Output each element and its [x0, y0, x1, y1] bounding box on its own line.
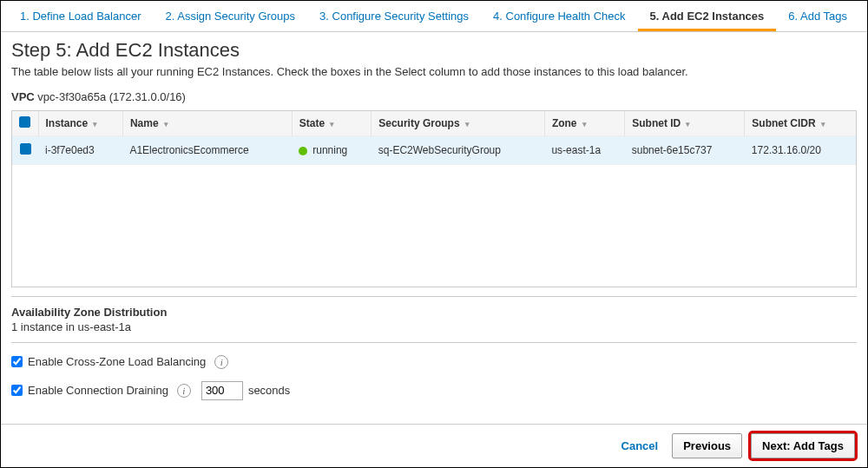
wizard-step-add-ec2-instances[interactable]: 5. Add EC2 Instances	[638, 1, 777, 31]
sort-caret-icon: ▾	[330, 120, 334, 129]
wizard-step-define-load-balancer[interactable]: 1. Define Load Balancer	[8, 1, 153, 31]
wizard-step-configure-health-check[interactable]: 4. Configure Health Check	[481, 1, 637, 31]
row-checkbox[interactable]	[20, 143, 31, 155]
vpc-value: vpc-3f30a65a (172.31.0.0/16)	[37, 90, 186, 103]
col-zone[interactable]: Zone▾	[544, 111, 624, 136]
info-icon[interactable]: i	[177, 384, 191, 398]
sort-caret-icon: ▾	[582, 120, 587, 129]
table-row[interactable]: i-3f7e0ed3 A1ElectronicsEcommerce runnin…	[12, 136, 856, 165]
col-security-groups[interactable]: Security Groups▾	[372, 111, 545, 136]
connection-draining-unit: seconds	[248, 384, 290, 397]
cell-instance: i-3f7e0ed3	[38, 136, 122, 165]
page-title: Step 5: Add EC2 Instances	[11, 39, 857, 62]
col-state[interactable]: State▾	[292, 111, 371, 136]
col-select-all[interactable]	[12, 111, 38, 136]
cell-state: running	[292, 136, 371, 165]
wizard-step-add-tags[interactable]: 6. Add Tags	[776, 1, 859, 31]
connection-draining-seconds-input[interactable]	[201, 381, 243, 400]
col-subnet-id[interactable]: Subnet ID▾	[625, 111, 745, 136]
cell-name: A1ElectronicsEcommerce	[122, 136, 292, 165]
info-icon[interactable]: i	[214, 355, 228, 369]
sort-caret-icon: ▾	[93, 120, 97, 129]
col-subnet-cidr[interactable]: Subnet CIDR▾	[745, 111, 856, 136]
vpc-line: VPC vpc-3f30a65a (172.31.0.0/16)	[11, 90, 857, 103]
cell-subnet: subnet-6e15c737	[625, 136, 745, 165]
select-all-checkbox[interactable]	[19, 116, 30, 128]
cross-zone-checkbox[interactable]	[11, 356, 23, 367]
cancel-button[interactable]: Cancel	[621, 439, 659, 452]
table-empty-space	[12, 165, 856, 287]
cell-zone: us-east-1a	[544, 136, 624, 165]
cross-zone-label: Enable Cross-Zone Load Balancing	[28, 355, 206, 368]
page-lead: The table below lists all your running E…	[11, 65, 857, 78]
col-name[interactable]: Name▾	[122, 111, 292, 136]
wizard-step-review[interactable]: 7. Review	[859, 1, 868, 31]
wizard-step-assign-security-groups[interactable]: 2. Assign Security Groups	[153, 1, 307, 31]
col-instance[interactable]: Instance▾	[38, 111, 122, 136]
previous-button[interactable]: Previous	[672, 433, 742, 458]
connection-draining-label: Enable Connection Draining	[28, 384, 168, 397]
sort-caret-icon: ▾	[164, 120, 168, 129]
wizard-footer: Cancel Previous Next: Add Tags	[1, 424, 867, 467]
wizard-step-configure-security-settings[interactable]: 3. Configure Security Settings	[307, 1, 481, 31]
az-distribution-title: Availability Zone Distribution	[11, 296, 857, 319]
vpc-label: VPC	[11, 90, 35, 103]
next-button[interactable]: Next: Add Tags	[751, 433, 855, 458]
wizard-steps: 1. Define Load Balancer 2. Assign Securi…	[1, 1, 867, 32]
connection-draining-checkbox[interactable]	[11, 385, 23, 396]
az-distribution-summary: 1 instance in us-east-1a	[11, 320, 857, 333]
cell-cidr: 172.31.16.0/20	[745, 136, 856, 165]
sort-caret-icon: ▾	[821, 120, 825, 129]
sort-caret-icon: ▾	[465, 120, 470, 129]
sort-caret-icon: ▾	[686, 120, 690, 129]
state-dot-icon	[299, 147, 307, 155]
cell-security-groups: sq-EC2WebSecurityGroup	[372, 136, 545, 165]
instances-table: Instance▾ Name▾ State▾ Security Groups▾ …	[11, 110, 857, 287]
